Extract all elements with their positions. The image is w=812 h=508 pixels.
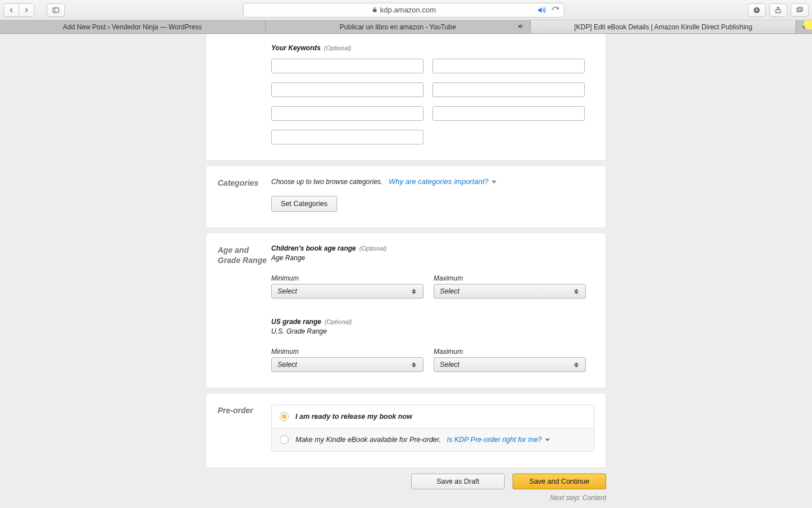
- age-max-select[interactable]: Select: [434, 284, 586, 299]
- grade-min-select[interactable]: Select: [271, 357, 423, 372]
- sound-indicator-icon[interactable]: [537, 6, 546, 15]
- age-min-label: Minimum: [271, 274, 423, 282]
- browser-tab-bar: Add New Post ‹ Vendedor Ninja — WordPres…: [0, 20, 812, 34]
- form-footer: Save as Draft Save and Continue: [206, 474, 606, 489]
- radio-release-now[interactable]: I am ready to release my book now: [272, 405, 594, 428]
- url-bar[interactable]: kdp.amazon.com: [243, 3, 564, 17]
- keyword-input-2[interactable]: [433, 59, 585, 73]
- svg-rect-0: [53, 7, 59, 12]
- radio-icon: [280, 412, 289, 421]
- categories-section: Categories Choose up to two browse categ…: [206, 165, 606, 228]
- select-caret-icon: [574, 358, 581, 371]
- section-heading-categories: Categories: [218, 177, 271, 212]
- back-button[interactable]: [3, 3, 19, 17]
- radio-label: Make my Kindle eBook available for Pre-o…: [295, 436, 441, 444]
- new-tab-button[interactable]: [796, 20, 812, 33]
- share-button[interactable]: [769, 3, 787, 17]
- tab-label: Publicar un libro en amazon - YouTube: [339, 23, 456, 31]
- us-grade-label: US grade range: [271, 318, 321, 326]
- keywords-section: Your Keywords (Optional): [206, 34, 606, 161]
- keyword-input-4[interactable]: [433, 82, 585, 97]
- categories-help-text: Choose up to two browse categories.: [271, 178, 382, 186]
- grade-max-select[interactable]: Select: [434, 357, 586, 372]
- children-age-optional: (Optional): [359, 245, 386, 252]
- select-caret-icon: [574, 284, 581, 298]
- children-age-label: Children's book age range: [271, 244, 356, 252]
- keywords-optional: (Optional): [324, 45, 351, 51]
- browser-toolbar: kdp.amazon.com: [0, 0, 812, 20]
- browser-tab-active[interactable]: [KDP] Edit eBook Details | Amazon Kindle…: [531, 20, 796, 33]
- categories-help-link[interactable]: Why are categories important?: [389, 177, 496, 186]
- radio-icon: [280, 435, 289, 444]
- url-text: kdp.amazon.com: [380, 6, 436, 14]
- select-value: Select: [440, 287, 460, 295]
- section-heading-preorder: Pre-order: [218, 405, 271, 452]
- age-max-label: Maximum: [434, 274, 586, 282]
- keyword-input-6[interactable]: [433, 106, 585, 121]
- us-grade-optional: (Optional): [325, 318, 352, 325]
- age-range-sublabel: Age Range: [271, 254, 594, 262]
- select-value: Select: [277, 361, 297, 369]
- svg-rect-4: [797, 8, 801, 11]
- keyword-input-1[interactable]: [271, 59, 423, 73]
- set-categories-button[interactable]: Set Categories: [271, 196, 337, 212]
- svg-rect-5: [798, 7, 803, 10]
- tab-sound-icon[interactable]: [517, 23, 524, 32]
- save-continue-button[interactable]: Save and Continue: [513, 474, 606, 489]
- keyword-input-7[interactable]: [271, 130, 423, 144]
- tabs-overview-button[interactable]: [791, 3, 809, 17]
- select-value: Select: [277, 287, 297, 295]
- keyword-input-3[interactable]: [271, 82, 423, 97]
- keywords-label: Your Keywords: [271, 44, 321, 52]
- preorder-section: Pre-order I am ready to release my book …: [206, 393, 606, 468]
- keyword-input-5[interactable]: [271, 106, 423, 121]
- tab-label: [KDP] Edit eBook Details | Amazon Kindle…: [574, 23, 752, 31]
- radio-preorder[interactable]: Make my Kindle eBook available for Pre-o…: [272, 428, 594, 451]
- save-draft-button[interactable]: Save as Draft: [411, 474, 505, 489]
- us-grade-sublabel: U.S. Grade Range: [271, 327, 594, 335]
- downloads-button[interactable]: [748, 3, 766, 17]
- grade-max-label: Maximum: [434, 348, 586, 356]
- forward-button[interactable]: [19, 3, 34, 17]
- grade-min-label: Minimum: [271, 348, 423, 356]
- age-grade-section: Age and Grade Range Children's book age …: [206, 233, 606, 388]
- tab-label: Add New Post ‹ Vendedor Ninja — WordPres…: [63, 23, 202, 31]
- radio-label: I am ready to release my book now: [295, 413, 412, 421]
- next-step-hint: Next step: Content: [206, 494, 606, 502]
- select-caret-icon: [412, 284, 418, 298]
- select-value: Select: [440, 361, 460, 369]
- preorder-help-link[interactable]: Is KDP Pre-order right for me?: [447, 436, 549, 444]
- browser-tab[interactable]: Add New Post ‹ Vendedor Ninja — WordPres…: [0, 20, 266, 33]
- reload-icon[interactable]: [551, 6, 559, 14]
- lock-icon: [372, 7, 378, 13]
- age-min-select[interactable]: Select: [271, 284, 423, 299]
- nav-buttons: [3, 3, 34, 17]
- section-heading-age-grade: Age and Grade Range: [218, 244, 271, 372]
- browser-tab[interactable]: Publicar un libro en amazon - YouTube: [266, 20, 531, 33]
- sidebar-toggle-button[interactable]: [47, 3, 65, 17]
- select-caret-icon: [412, 358, 418, 371]
